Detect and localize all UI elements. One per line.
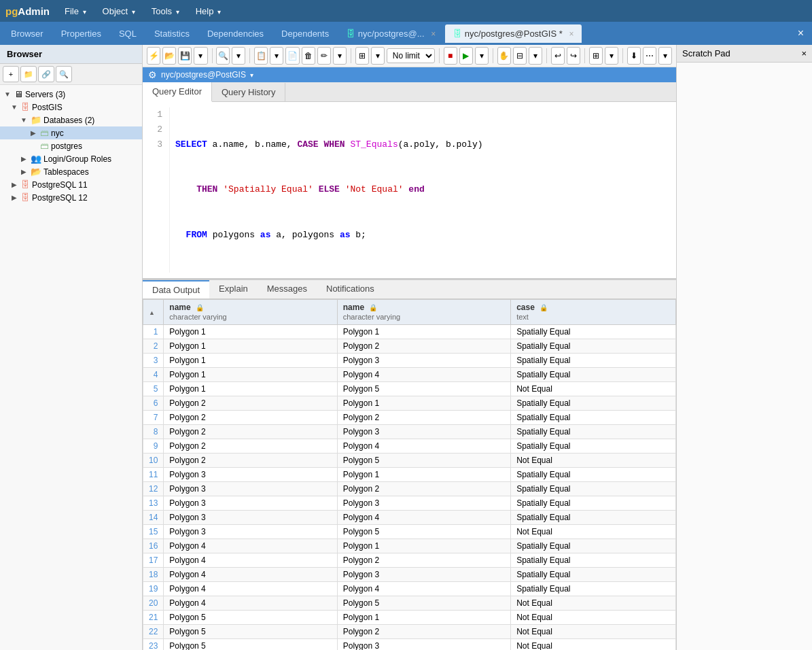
toolbar-delete[interactable]: 🗑 — [302, 47, 315, 65]
toolbar-copy[interactable]: 📋 — [254, 47, 268, 65]
tree-pg11[interactable]: ▶ 🗄 PostgreSQL 11 — [0, 178, 142, 191]
tree-login-roles[interactable]: ▶ 👥 Login/Group Roles — [0, 152, 142, 165]
sidebar-btn-3[interactable]: 🔗 — [38, 66, 54, 82]
toolbar-save-arrow[interactable]: ▾ — [194, 47, 207, 65]
col-type-b: character varying — [343, 313, 400, 321]
scratch-pad-content[interactable] — [677, 63, 812, 650]
cell-name-b: Polygon 3 — [337, 425, 510, 439]
cell-case: Not Equal — [511, 525, 676, 539]
sidebar-btn-folder[interactable]: 📁 — [20, 66, 37, 82]
tree-databases[interactable]: ▼ 📁 Databases (2) — [0, 114, 142, 126]
data-table-container[interactable]: ▲ name 🔒 character varying name 🔒 charac… — [143, 299, 676, 650]
row-num: 18 — [143, 568, 164, 582]
tab-statistics[interactable]: Statistics — [146, 24, 198, 43]
connection-icon: ⚙ — [148, 69, 157, 80]
toolbar-macro-arrow[interactable]: ▾ — [605, 47, 618, 65]
close-tab-db2[interactable]: × — [569, 29, 573, 39]
close-tab-db1[interactable]: × — [431, 29, 436, 39]
cell-name-a: Polygon 4 — [164, 568, 337, 582]
col-header-idx: ▲ — [143, 300, 164, 325]
toolbar-edit[interactable]: ✏ — [317, 47, 331, 65]
toolbar-hand[interactable]: ✋ — [497, 47, 511, 65]
sidebar-btn-search[interactable]: 🔍 — [56, 66, 72, 82]
tree-nyc[interactable]: ▶ 🗃 nyc — [0, 126, 142, 139]
cell-name-b: Polygon 5 — [337, 454, 510, 468]
scratch-pad-title: Scratch Pad — [682, 48, 730, 58]
toolbar-filter[interactable]: ⊞ — [355, 47, 369, 65]
tree-toggle-pg12: ▶ — [10, 194, 19, 201]
col-header-name-b[interactable]: name 🔒 character varying — [337, 300, 510, 325]
tree-servers[interactable]: ▼ 🖥 Servers (3) — [0, 88, 142, 101]
tab-dependencies[interactable]: Dependencies — [199, 24, 272, 43]
connection-arrow[interactable]: ▾ — [250, 71, 253, 79]
close-panel[interactable]: × — [792, 27, 809, 39]
toolbar-download[interactable]: ⬇ — [627, 47, 641, 65]
query-editor-content[interactable]: 1 2 3 SELECT a.name, b.name, CASE WHEN S… — [143, 102, 676, 280]
tree-postgres[interactable]: 🗃 postgres — [0, 139, 142, 152]
tab-browser[interactable]: Browser — [3, 24, 52, 43]
no-limit-select[interactable]: No limit — [387, 48, 435, 63]
results-tab-messages[interactable]: Messages — [258, 280, 317, 298]
menu-object[interactable]: Object ▾ — [96, 3, 142, 19]
row-num: 3 — [143, 354, 164, 368]
tab-db1[interactable]: 🗄 nyc/postgres@... × — [338, 24, 444, 43]
code-content[interactable]: SELECT a.name, b.name, CASE WHEN ST_Equa… — [175, 107, 676, 273]
toolbar-save[interactable]: 💾 — [178, 47, 192, 65]
tab-properties[interactable]: Properties — [53, 24, 109, 43]
databases-icon: 📁 — [31, 115, 41, 125]
toolbar-filter-arrow[interactable]: ▾ — [371, 47, 385, 65]
tree-pg12[interactable]: ▶ 🗄 PostgreSQL 12 — [0, 191, 142, 204]
toolbar-find-arrow[interactable]: ▾ — [232, 47, 245, 65]
tab-query-history[interactable]: Query History — [212, 83, 285, 101]
toolbar-stop[interactable]: ■ — [444, 47, 457, 65]
toolbar-sep5 — [493, 48, 493, 63]
sidebar-btn-1[interactable]: + — [3, 66, 19, 82]
sidebar: Browser + 📁 🔗 🔍 ▼ 🖥 Servers (3) ▼ 🗄 Post… — [0, 45, 143, 650]
toolbar-more-arrow[interactable]: ▾ — [658, 47, 672, 65]
cell-case: Spatially Equal — [511, 553, 676, 568]
main-tab-bar: Browser Properties SQL Statistics Depend… — [0, 22, 812, 45]
toolbar-find[interactable]: 🔍 — [216, 47, 230, 65]
scratch-pad-close[interactable]: × — [801, 48, 807, 58]
col-header-case[interactable]: case 🔒 text — [511, 300, 676, 325]
row-num: 12 — [143, 482, 164, 496]
results-tab-notifications[interactable]: Notifications — [317, 280, 384, 298]
cell-name-a: Polygon 3 — [164, 496, 337, 511]
cell-case: Not Equal — [511, 596, 676, 611]
cell-name-b: Polygon 3 — [337, 639, 510, 650]
toolbar-run[interactable]: ▶ — [459, 47, 473, 65]
menu-tools[interactable]: Tools ▾ — [145, 3, 186, 19]
menu-help[interactable]: Help ▾ — [189, 3, 228, 19]
cell-name-b: Polygon 5 — [337, 596, 510, 611]
tab-db2[interactable]: 🗄 nyc/postgres@PostGIS * × — [445, 24, 582, 43]
toolbar-connect[interactable]: ⚡ — [147, 47, 160, 65]
toolbar-edit-arrow[interactable]: ▾ — [333, 47, 347, 65]
tab-dependents[interactable]: Dependents — [273, 24, 337, 43]
toolbar-rollback[interactable]: ↩ — [551, 47, 565, 65]
cell-name-b: Polygon 2 — [337, 339, 510, 354]
cell-case: Spatially Equal — [511, 468, 676, 482]
connection-bar: ⚙ nyc/postgres@PostGIS ▾ — [143, 67, 676, 82]
toolbar-more[interactable]: ⋯ — [643, 47, 656, 65]
results-tab-explain[interactable]: Explain — [209, 280, 258, 298]
toolbar-commit[interactable]: ↪ — [567, 47, 580, 65]
pg12-label: PostgreSQL 12 — [32, 193, 88, 203]
toolbar-macro[interactable]: ⊞ — [589, 47, 603, 65]
tree-toggle-nyc: ▶ — [29, 129, 38, 137]
toolbar-open[interactable]: 📂 — [162, 47, 176, 65]
tree-tablespaces[interactable]: ▶ 📂 Tablespaces — [0, 165, 142, 178]
toolbar-copy-arrow[interactable]: ▾ — [270, 47, 283, 65]
results-tab-data[interactable]: Data Output — [143, 280, 209, 298]
tree-postgis[interactable]: ▼ 🗄 PostGIS — [0, 101, 142, 114]
cell-name-b: Polygon 4 — [337, 582, 510, 596]
table-header-row: ▲ name 🔒 character varying name 🔒 charac… — [143, 300, 676, 325]
cell-name-b: Polygon 1 — [337, 539, 510, 553]
col-header-name-a[interactable]: name 🔒 character varying — [164, 300, 337, 325]
tab-sql[interactable]: SQL — [111, 24, 145, 43]
toolbar-grid[interactable]: ⊟ — [513, 47, 527, 65]
tab-query-editor[interactable]: Query Editor — [143, 82, 212, 102]
toolbar-grid-arrow[interactable]: ▾ — [529, 47, 542, 65]
toolbar-paste[interactable]: 📄 — [285, 47, 299, 65]
menu-file[interactable]: File ▾ — [58, 3, 93, 19]
toolbar-run-arrow[interactable]: ▾ — [475, 47, 489, 65]
